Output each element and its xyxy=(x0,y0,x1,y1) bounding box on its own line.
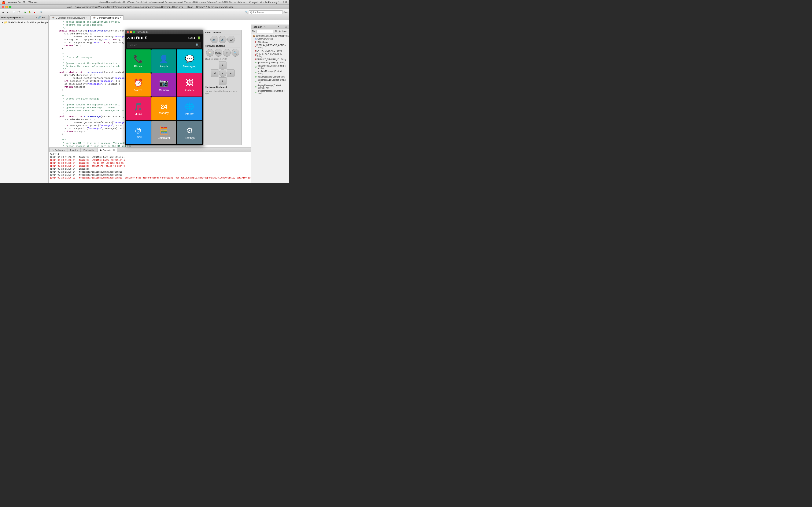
back-btn[interactable]: ↩ xyxy=(223,49,231,57)
app-tile-alarms[interactable]: ⏰ Alarms xyxy=(125,73,151,97)
volume-up-btn[interactable]: 🔊 xyxy=(219,36,226,43)
find-activate-btn[interactable]: Activate... xyxy=(278,30,289,33)
find-input[interactable] xyxy=(256,30,273,33)
var-item-processmsg[interactable]: m processMessages(Context) : void xyxy=(254,89,289,95)
minimize-icon[interactable]: ─ xyxy=(44,16,45,19)
dpad-empty-tl xyxy=(211,61,218,69)
pkg-header-icons: ≡ 🔗 ▾ ─ □ xyxy=(36,16,47,19)
menu-emulator[interactable]: emulator64-x86 xyxy=(8,1,26,4)
toolbar-new[interactable]: 📄 xyxy=(12,10,16,14)
var-item-setsenderid[interactable]: m setSenderId(Context, String) : boolean xyxy=(254,64,289,70)
maximize-button[interactable] xyxy=(9,6,11,8)
eclipse-titlebar: Java – NokiaNotificationsGcmWrapperSampl… xyxy=(0,5,289,9)
dpad-down-btn[interactable]: ▼ xyxy=(219,77,226,85)
tab-close-common[interactable]: ✕ xyxy=(120,16,121,19)
var-item-extra-msg[interactable]: f EXTRA_MESSAGE : String xyxy=(254,49,289,52)
tab-commonutilities[interactable]: ☕ CommonUtilities.java ✕ xyxy=(91,15,124,20)
menubar-right: Java – NokiaNotificationsGcmWrapperSampl… xyxy=(99,1,287,4)
var-item-poplast[interactable]: m popLastMessage(Context) : String xyxy=(254,70,289,75)
tab-close-console[interactable]: ✕ xyxy=(113,149,115,152)
email-icon: @ xyxy=(135,127,141,134)
toolbar-forward[interactable]: ▶ xyxy=(5,10,10,14)
app-tile-phone[interactable]: 📞 Phone xyxy=(125,49,151,73)
emu-close-button[interactable] xyxy=(126,31,129,33)
search-hw-btn[interactable]: 🔍 xyxy=(232,49,239,57)
menu-btn[interactable]: MENU xyxy=(215,49,222,57)
method-icon: m xyxy=(255,86,257,88)
var-item-tag[interactable]: f TAG : String xyxy=(254,41,289,44)
tab-close-gcmbase[interactable]: ✕ xyxy=(86,16,88,19)
phone-search-bar: Search 🔍 xyxy=(125,41,203,49)
tab-console[interactable]: ▶ Console ✕ xyxy=(98,148,117,152)
signal-1: 1 xyxy=(136,37,139,39)
toolbar-search[interactable]: 🔍 xyxy=(39,10,43,14)
package-explorer-panel: Package Explorer ✕ ≡ 🔗 ▾ ─ □ ▶ 📁 NokiaNo… xyxy=(0,15,49,183)
var-item-getsenderid[interactable]: m getSenderId(Context) : String xyxy=(254,61,289,64)
collapse-all-icon[interactable]: ≡ xyxy=(36,16,37,19)
toolbar-sep-1 xyxy=(11,10,11,14)
basic-controls-row: 🔈 🔊 ⏻ xyxy=(205,36,240,43)
tab-label-console: Console xyxy=(103,149,111,152)
emu-maximize-button[interactable] xyxy=(133,31,135,33)
tab-problems[interactable]: ⚠ Problems xyxy=(49,148,67,152)
app-tile-internet[interactable]: 🌐 Internet xyxy=(177,97,202,120)
task-list-btn-1[interactable]: ▾ xyxy=(276,25,280,29)
phone-search-field[interactable]: Search 🔍 xyxy=(126,42,201,48)
var-item-default-sender[interactable]: f DEFAULT_SENDER_ID : String xyxy=(254,58,289,61)
messaging-label: Messaging xyxy=(183,65,196,68)
app-grid: 📞 Phone 👤 People 💬 Messaging ⏰ Alarms 📷 … xyxy=(125,49,203,145)
find-all-btn[interactable]: All xyxy=(274,30,277,33)
field-icon: f xyxy=(255,54,256,56)
package-explorer-title: Package Explorer xyxy=(1,16,21,19)
find-bar: Find All Activate... xyxy=(251,29,289,34)
quick-access-input[interactable] xyxy=(249,10,283,14)
tab-gcmbase[interactable]: ☕ GCMBaseIntentService.java ✕ xyxy=(49,15,90,20)
toolbar-debug[interactable]: 🐛 xyxy=(28,10,32,14)
var-item-clearmsg[interactable]: m clearMessages(Context) : int xyxy=(254,75,289,78)
app-tile-music[interactable]: 🎵 Music xyxy=(125,97,151,120)
project-tree-item[interactable]: ▶ 📁 NokiaNotificationsGcmWrapperSample xyxy=(1,21,48,24)
var-item-class: C CommonUtilities xyxy=(254,38,289,41)
var-item-storemsg[interactable]: m storeMessage(Context, String) : int xyxy=(254,78,289,84)
settings-icon: ⚙ xyxy=(186,126,193,135)
var-item-prefs-key[interactable]: f PREFS_KEY_SENDER_ID : String xyxy=(254,52,289,58)
menubar-title: Java – NokiaNotificationsGcmWrapperSampl… xyxy=(99,1,247,3)
dpad-center-btn[interactable]: ● xyxy=(219,69,226,77)
task-list-close[interactable]: ✕ xyxy=(264,25,266,28)
task-list-btn-2[interactable]: ─ xyxy=(281,25,284,29)
task-list-btn-3[interactable]: □ xyxy=(284,25,288,29)
app-tile-settings[interactable]: ⚙ Settings xyxy=(177,121,202,144)
close-button[interactable] xyxy=(2,6,4,8)
app-tile-monday[interactable]: 24 Monday xyxy=(151,97,176,120)
dpad-up-btn[interactable]: ▲ xyxy=(219,61,226,69)
menu-window[interactable]: Window xyxy=(28,1,38,4)
app-tile-calculator[interactable]: 🧮 Calculator xyxy=(151,121,176,144)
app-tile-gallery[interactable]: 🖼 Gallery xyxy=(177,73,202,97)
app-tile-camera[interactable]: 📷 Camera xyxy=(151,73,176,97)
app-tile-people[interactable]: 👤 People xyxy=(151,49,176,73)
apple-logo[interactable]: 🍎 xyxy=(2,1,5,4)
app-tile-email[interactable]: @ Email xyxy=(125,121,151,144)
dpad-left-btn[interactable]: ◀ xyxy=(211,69,218,77)
messaging-icon: 💬 xyxy=(185,55,194,63)
method-icon: m xyxy=(255,76,257,78)
power-btn[interactable]: ⏻ xyxy=(227,36,235,43)
toolbar-back[interactable]: ◀ xyxy=(1,10,5,14)
link-editor-icon[interactable]: 🔗 xyxy=(38,16,41,19)
tab-javadoc[interactable]: Javadoc xyxy=(67,148,81,152)
emu-minimize-button[interactable] xyxy=(130,31,132,33)
pkg-menu-icon[interactable]: ▾ xyxy=(42,16,43,19)
toolbar-stop[interactable]: ■ xyxy=(33,10,37,14)
var-item-display-action[interactable]: f DISPLAY_MESSAGE_ACTION : String xyxy=(254,44,289,49)
var-item-displaymsg[interactable]: m displayMessage(Context, String) : void xyxy=(254,84,289,89)
dpad-right-btn[interactable]: ▶ xyxy=(227,69,235,77)
maximize-icon[interactable]: □ xyxy=(46,16,47,19)
toolbar-run[interactable]: ▶ xyxy=(23,10,28,14)
volume-down-btn[interactable]: 🔈 xyxy=(210,36,218,43)
tab-declaration[interactable]: Declaration xyxy=(81,148,98,152)
app-tile-messaging[interactable]: 💬 Messaging xyxy=(177,49,202,73)
problems-icon: ⚠ xyxy=(52,149,54,152)
toolbar-save[interactable]: 💾 xyxy=(17,10,21,14)
minimize-button[interactable] xyxy=(5,6,8,8)
home-btn[interactable]: 🏠 xyxy=(206,49,214,57)
